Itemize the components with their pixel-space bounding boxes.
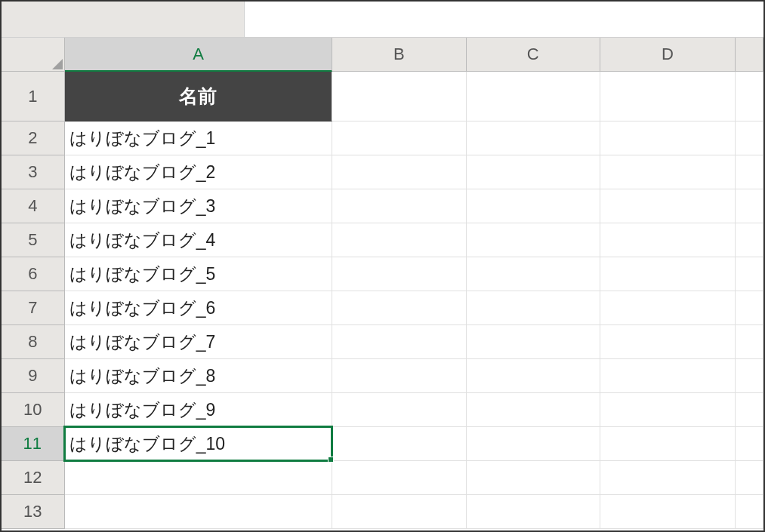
- cell-D12[interactable]: [600, 461, 736, 495]
- cell-C4[interactable]: [467, 189, 600, 223]
- cell-D8[interactable]: [600, 325, 736, 359]
- cell-C9[interactable]: [467, 359, 600, 393]
- formula-bar[interactable]: [245, 2, 763, 37]
- cell-B7[interactable]: [332, 291, 466, 325]
- cell-A1[interactable]: 名前: [65, 72, 333, 121]
- cell-E6[interactable]: [736, 257, 763, 291]
- row-header-1[interactable]: 1: [2, 72, 65, 121]
- row-header-13[interactable]: 13: [2, 495, 65, 529]
- cell-C10[interactable]: [467, 393, 600, 427]
- cell-A8[interactable]: はりぼなブログ_7: [65, 325, 333, 359]
- cell-E11[interactable]: [736, 427, 763, 461]
- cell-D6[interactable]: [600, 257, 736, 291]
- cell-D7[interactable]: [600, 291, 736, 325]
- cell-E13[interactable]: [736, 495, 763, 529]
- cell-C13[interactable]: [467, 495, 600, 529]
- cell-C6[interactable]: [467, 257, 600, 291]
- cell-A12[interactable]: [65, 461, 333, 495]
- cell-E8[interactable]: [736, 325, 763, 359]
- cell-C12[interactable]: [467, 461, 600, 495]
- row-header-11[interactable]: 11: [2, 427, 65, 461]
- row-5: 5 はりぼなブログ_4: [2, 223, 763, 257]
- cell-A7[interactable]: はりぼなブログ_6: [65, 291, 333, 325]
- cell-D11[interactable]: [600, 427, 736, 461]
- cell-A5[interactable]: はりぼなブログ_4: [65, 223, 333, 257]
- cell-E10[interactable]: [736, 393, 763, 427]
- cell-A2[interactable]: はりぼなブログ_1: [65, 121, 333, 155]
- row-1: 1 名前: [2, 72, 763, 121]
- row-3: 3 はりぼなブログ_2: [2, 155, 763, 189]
- cell-B8[interactable]: [332, 325, 466, 359]
- row-header-10[interactable]: 10: [2, 393, 65, 427]
- row-header-9[interactable]: 9: [2, 359, 65, 393]
- cell-E7[interactable]: [736, 291, 763, 325]
- name-box-area[interactable]: [2, 2, 245, 37]
- cell-B9[interactable]: [332, 359, 466, 393]
- cell-B6[interactable]: [332, 257, 466, 291]
- col-header-B[interactable]: B: [332, 38, 466, 72]
- cell-D10[interactable]: [600, 393, 736, 427]
- cell-B13[interactable]: [332, 495, 466, 529]
- cell-C7[interactable]: [467, 291, 600, 325]
- select-all-triangle-icon: [52, 59, 63, 69]
- cell-E2[interactable]: [736, 121, 763, 155]
- cell-B5[interactable]: [332, 223, 466, 257]
- cell-B3[interactable]: [332, 155, 466, 189]
- cell-B10[interactable]: [332, 393, 466, 427]
- row-11: 11 はりぼなブログ_10: [2, 427, 763, 461]
- cell-A3[interactable]: はりぼなブログ_2: [65, 155, 333, 189]
- cell-E1[interactable]: [736, 72, 763, 121]
- row-header-2[interactable]: 2: [2, 121, 65, 155]
- cell-D2[interactable]: [600, 121, 736, 155]
- row-header-12[interactable]: 12: [2, 461, 65, 495]
- cell-E12[interactable]: [736, 461, 763, 495]
- cell-A4[interactable]: はりぼなブログ_3: [65, 189, 333, 223]
- col-header-C[interactable]: C: [467, 38, 600, 72]
- row-7: 7 はりぼなブログ_6: [2, 291, 763, 325]
- col-header-D[interactable]: D: [600, 38, 736, 72]
- row-header-7[interactable]: 7: [2, 291, 65, 325]
- cell-D13[interactable]: [600, 495, 736, 529]
- cell-C5[interactable]: [467, 223, 600, 257]
- cell-B4[interactable]: [332, 189, 466, 223]
- cell-E9[interactable]: [736, 359, 763, 393]
- row-header-3[interactable]: 3: [2, 155, 65, 189]
- cell-C1[interactable]: [467, 72, 600, 121]
- row-6: 6 はりぼなブログ_5: [2, 257, 763, 291]
- cell-C3[interactable]: [467, 155, 600, 189]
- row-10: 10 はりぼなブログ_9: [2, 393, 763, 427]
- row-12: 12: [2, 461, 763, 495]
- cell-E3[interactable]: [736, 155, 763, 189]
- row-4: 4 はりぼなブログ_3: [2, 189, 763, 223]
- cell-E5[interactable]: [736, 223, 763, 257]
- cell-B12[interactable]: [332, 461, 466, 495]
- cell-D3[interactable]: [600, 155, 736, 189]
- col-header-A[interactable]: A: [65, 38, 333, 72]
- cell-C8[interactable]: [467, 325, 600, 359]
- formula-bar-area: [2, 2, 763, 38]
- cell-D1[interactable]: [600, 72, 736, 121]
- cell-D4[interactable]: [600, 189, 736, 223]
- spreadsheet-grid: A B C D 1 名前 2 はりぼなブログ_1 3 はりぼなブログ_2 4 は…: [2, 38, 763, 529]
- select-all-corner[interactable]: [2, 38, 65, 72]
- cell-B11[interactable]: [332, 427, 466, 461]
- row-header-4[interactable]: 4: [2, 189, 65, 223]
- row-header-6[interactable]: 6: [2, 257, 65, 291]
- cell-E4[interactable]: [736, 189, 763, 223]
- cell-D9[interactable]: [600, 359, 736, 393]
- cell-B1[interactable]: [332, 72, 466, 121]
- row-8: 8 はりぼなブログ_7: [2, 325, 763, 359]
- cell-B2[interactable]: [332, 121, 466, 155]
- cell-A13[interactable]: [65, 495, 333, 529]
- row-header-8[interactable]: 8: [2, 325, 65, 359]
- cell-C11[interactable]: [467, 427, 600, 461]
- cell-C2[interactable]: [467, 121, 600, 155]
- col-header-partial[interactable]: [736, 38, 763, 72]
- cell-A10[interactable]: はりぼなブログ_9: [65, 393, 333, 427]
- cell-A6[interactable]: はりぼなブログ_5: [65, 257, 333, 291]
- row-2: 2 はりぼなブログ_1: [2, 121, 763, 155]
- row-header-5[interactable]: 5: [2, 223, 65, 257]
- cell-A9[interactable]: はりぼなブログ_8: [65, 359, 333, 393]
- cell-A11[interactable]: はりぼなブログ_10: [65, 427, 333, 461]
- cell-D5[interactable]: [600, 223, 736, 257]
